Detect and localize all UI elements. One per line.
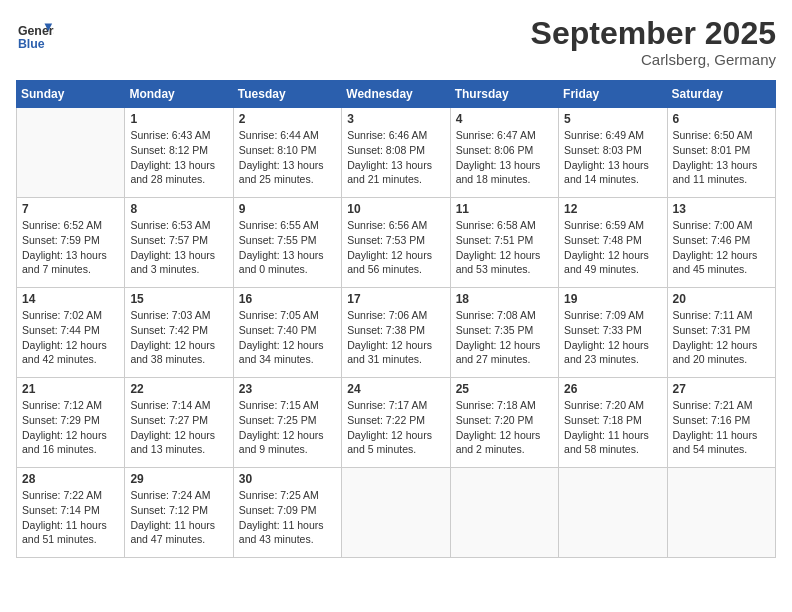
col-sunday: Sunday	[17, 81, 125, 108]
day-number: 10	[347, 202, 444, 216]
day-number: 23	[239, 382, 336, 396]
calendar-cell-w5-d3	[342, 468, 450, 558]
calendar-cell-w2-d2: 9Sunrise: 6:55 AM Sunset: 7:55 PM Daylig…	[233, 198, 341, 288]
day-number: 27	[673, 382, 770, 396]
day-number: 25	[456, 382, 553, 396]
calendar-cell-w4-d2: 23Sunrise: 7:15 AM Sunset: 7:25 PM Dayli…	[233, 378, 341, 468]
day-info: Sunrise: 6:56 AM Sunset: 7:53 PM Dayligh…	[347, 218, 444, 277]
logo: General Blue	[16, 16, 58, 54]
day-info: Sunrise: 7:00 AM Sunset: 7:46 PM Dayligh…	[673, 218, 770, 277]
col-friday: Friday	[559, 81, 667, 108]
day-number: 19	[564, 292, 661, 306]
calendar-cell-w1-d1: 1Sunrise: 6:43 AM Sunset: 8:12 PM Daylig…	[125, 108, 233, 198]
col-tuesday: Tuesday	[233, 81, 341, 108]
day-number: 30	[239, 472, 336, 486]
day-info: Sunrise: 6:50 AM Sunset: 8:01 PM Dayligh…	[673, 128, 770, 187]
day-number: 11	[456, 202, 553, 216]
day-info: Sunrise: 7:17 AM Sunset: 7:22 PM Dayligh…	[347, 398, 444, 457]
calendar-cell-w1-d2: 2Sunrise: 6:44 AM Sunset: 8:10 PM Daylig…	[233, 108, 341, 198]
calendar-cell-w2-d5: 12Sunrise: 6:59 AM Sunset: 7:48 PM Dayli…	[559, 198, 667, 288]
day-number: 1	[130, 112, 227, 126]
calendar-cell-w1-d4: 4Sunrise: 6:47 AM Sunset: 8:06 PM Daylig…	[450, 108, 558, 198]
day-number: 20	[673, 292, 770, 306]
calendar-cell-w1-d6: 6Sunrise: 6:50 AM Sunset: 8:01 PM Daylig…	[667, 108, 775, 198]
day-number: 7	[22, 202, 119, 216]
day-number: 6	[673, 112, 770, 126]
calendar-cell-w5-d6	[667, 468, 775, 558]
calendar-cell-w3-d3: 17Sunrise: 7:06 AM Sunset: 7:38 PM Dayli…	[342, 288, 450, 378]
day-info: Sunrise: 6:46 AM Sunset: 8:08 PM Dayligh…	[347, 128, 444, 187]
calendar-cell-w5-d1: 29Sunrise: 7:24 AM Sunset: 7:12 PM Dayli…	[125, 468, 233, 558]
day-info: Sunrise: 7:08 AM Sunset: 7:35 PM Dayligh…	[456, 308, 553, 367]
day-info: Sunrise: 7:14 AM Sunset: 7:27 PM Dayligh…	[130, 398, 227, 457]
calendar-cell-w2-d0: 7Sunrise: 6:52 AM Sunset: 7:59 PM Daylig…	[17, 198, 125, 288]
calendar-cell-w4-d1: 22Sunrise: 7:14 AM Sunset: 7:27 PM Dayli…	[125, 378, 233, 468]
day-number: 28	[22, 472, 119, 486]
day-info: Sunrise: 6:55 AM Sunset: 7:55 PM Dayligh…	[239, 218, 336, 277]
day-number: 21	[22, 382, 119, 396]
col-wednesday: Wednesday	[342, 81, 450, 108]
calendar-cell-w3-d4: 18Sunrise: 7:08 AM Sunset: 7:35 PM Dayli…	[450, 288, 558, 378]
day-number: 16	[239, 292, 336, 306]
day-number: 17	[347, 292, 444, 306]
calendar-cell-w4-d6: 27Sunrise: 7:21 AM Sunset: 7:16 PM Dayli…	[667, 378, 775, 468]
day-number: 8	[130, 202, 227, 216]
calendar-cell-w3-d1: 15Sunrise: 7:03 AM Sunset: 7:42 PM Dayli…	[125, 288, 233, 378]
day-info: Sunrise: 6:49 AM Sunset: 8:03 PM Dayligh…	[564, 128, 661, 187]
day-number: 15	[130, 292, 227, 306]
calendar-cell-w2-d3: 10Sunrise: 6:56 AM Sunset: 7:53 PM Dayli…	[342, 198, 450, 288]
calendar-cell-w3-d0: 14Sunrise: 7:02 AM Sunset: 7:44 PM Dayli…	[17, 288, 125, 378]
week-row-3: 14Sunrise: 7:02 AM Sunset: 7:44 PM Dayli…	[17, 288, 776, 378]
day-number: 3	[347, 112, 444, 126]
calendar-cell-w5-d4	[450, 468, 558, 558]
calendar-cell-w1-d5: 5Sunrise: 6:49 AM Sunset: 8:03 PM Daylig…	[559, 108, 667, 198]
day-number: 24	[347, 382, 444, 396]
day-number: 29	[130, 472, 227, 486]
month-title: September 2025	[531, 16, 776, 51]
day-info: Sunrise: 6:58 AM Sunset: 7:51 PM Dayligh…	[456, 218, 553, 277]
calendar-cell-w2-d1: 8Sunrise: 6:53 AM Sunset: 7:57 PM Daylig…	[125, 198, 233, 288]
day-number: 14	[22, 292, 119, 306]
col-thursday: Thursday	[450, 81, 558, 108]
calendar-cell-w2-d6: 13Sunrise: 7:00 AM Sunset: 7:46 PM Dayli…	[667, 198, 775, 288]
location: Carlsberg, Germany	[531, 51, 776, 68]
day-number: 12	[564, 202, 661, 216]
calendar-cell-w4-d3: 24Sunrise: 7:17 AM Sunset: 7:22 PM Dayli…	[342, 378, 450, 468]
day-number: 4	[456, 112, 553, 126]
calendar-cell-w5-d0: 28Sunrise: 7:22 AM Sunset: 7:14 PM Dayli…	[17, 468, 125, 558]
col-monday: Monday	[125, 81, 233, 108]
day-info: Sunrise: 7:02 AM Sunset: 7:44 PM Dayligh…	[22, 308, 119, 367]
svg-text:Blue: Blue	[18, 37, 45, 51]
week-row-1: 1Sunrise: 6:43 AM Sunset: 8:12 PM Daylig…	[17, 108, 776, 198]
day-number: 5	[564, 112, 661, 126]
calendar-cell-w4-d4: 25Sunrise: 7:18 AM Sunset: 7:20 PM Dayli…	[450, 378, 558, 468]
day-info: Sunrise: 7:12 AM Sunset: 7:29 PM Dayligh…	[22, 398, 119, 457]
week-row-5: 28Sunrise: 7:22 AM Sunset: 7:14 PM Dayli…	[17, 468, 776, 558]
calendar-cell-w3-d5: 19Sunrise: 7:09 AM Sunset: 7:33 PM Dayli…	[559, 288, 667, 378]
day-info: Sunrise: 7:18 AM Sunset: 7:20 PM Dayligh…	[456, 398, 553, 457]
calendar-cell-w4-d5: 26Sunrise: 7:20 AM Sunset: 7:18 PM Dayli…	[559, 378, 667, 468]
week-row-4: 21Sunrise: 7:12 AM Sunset: 7:29 PM Dayli…	[17, 378, 776, 468]
day-info: Sunrise: 7:05 AM Sunset: 7:40 PM Dayligh…	[239, 308, 336, 367]
day-info: Sunrise: 7:22 AM Sunset: 7:14 PM Dayligh…	[22, 488, 119, 547]
day-info: Sunrise: 7:24 AM Sunset: 7:12 PM Dayligh…	[130, 488, 227, 547]
calendar-header-row: Sunday Monday Tuesday Wednesday Thursday…	[17, 81, 776, 108]
day-info: Sunrise: 7:06 AM Sunset: 7:38 PM Dayligh…	[347, 308, 444, 367]
calendar-cell-w1-d0	[17, 108, 125, 198]
day-info: Sunrise: 7:25 AM Sunset: 7:09 PM Dayligh…	[239, 488, 336, 547]
page-header: General Blue September 2025 Carlsberg, G…	[16, 16, 776, 68]
col-saturday: Saturday	[667, 81, 775, 108]
day-info: Sunrise: 7:11 AM Sunset: 7:31 PM Dayligh…	[673, 308, 770, 367]
calendar-cell-w4-d0: 21Sunrise: 7:12 AM Sunset: 7:29 PM Dayli…	[17, 378, 125, 468]
day-number: 13	[673, 202, 770, 216]
day-number: 26	[564, 382, 661, 396]
calendar-cell-w3-d6: 20Sunrise: 7:11 AM Sunset: 7:31 PM Dayli…	[667, 288, 775, 378]
day-number: 22	[130, 382, 227, 396]
title-block: September 2025 Carlsberg, Germany	[531, 16, 776, 68]
logo-icon: General Blue	[16, 16, 54, 54]
day-info: Sunrise: 7:21 AM Sunset: 7:16 PM Dayligh…	[673, 398, 770, 457]
calendar-cell-w1-d3: 3Sunrise: 6:46 AM Sunset: 8:08 PM Daylig…	[342, 108, 450, 198]
day-number: 18	[456, 292, 553, 306]
calendar-table: Sunday Monday Tuesday Wednesday Thursday…	[16, 80, 776, 558]
day-number: 2	[239, 112, 336, 126]
